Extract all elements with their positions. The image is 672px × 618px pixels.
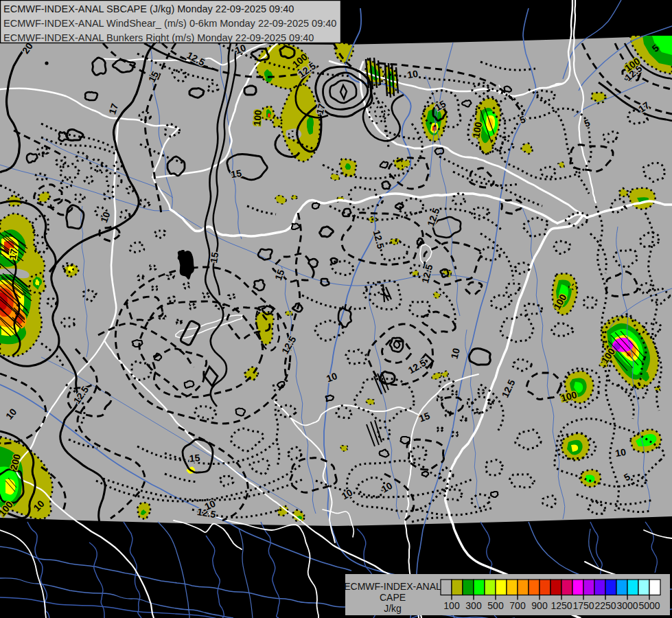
svg-text:17: 17 xyxy=(7,248,19,260)
svg-text:ECMWF-INDEX-ANAL WindShear_ (m: ECMWF-INDEX-ANAL WindShear_ (m/s) 0-6km … xyxy=(3,18,336,29)
svg-text:500: 500 xyxy=(487,600,504,611)
svg-text:15: 15 xyxy=(230,168,242,180)
svg-text:15: 15 xyxy=(189,452,200,464)
svg-text:5000: 5000 xyxy=(638,600,660,611)
svg-text:100: 100 xyxy=(443,600,460,611)
svg-text:ECMWF-INDEX-ANAL: ECMWF-INDEX-ANAL xyxy=(344,581,441,592)
svg-text:900: 900 xyxy=(531,600,548,611)
svg-text:2250: 2250 xyxy=(594,600,616,611)
svg-text:J/kg: J/kg xyxy=(384,603,402,614)
svg-text:ECMWF-INDEX-ANAL Bunkers Right: ECMWF-INDEX-ANAL Bunkers Right (m/s) Mon… xyxy=(3,32,314,43)
svg-text:15: 15 xyxy=(208,251,220,264)
svg-text:3000: 3000 xyxy=(616,600,638,611)
svg-text:100: 100 xyxy=(251,109,264,126)
svg-text:10: 10 xyxy=(406,68,419,80)
svg-text:ECMWF-INDEX-ANAL SBCAPE (J/kg): ECMWF-INDEX-ANAL SBCAPE (J/kg) Monday 22… xyxy=(3,3,294,14)
svg-text:1250: 1250 xyxy=(551,600,572,611)
svg-text:1750: 1750 xyxy=(572,600,594,611)
svg-text:300: 300 xyxy=(465,600,482,611)
svg-text:10: 10 xyxy=(614,446,627,459)
svg-text:700: 700 xyxy=(509,600,526,611)
svg-text:CAPE: CAPE xyxy=(380,592,406,603)
